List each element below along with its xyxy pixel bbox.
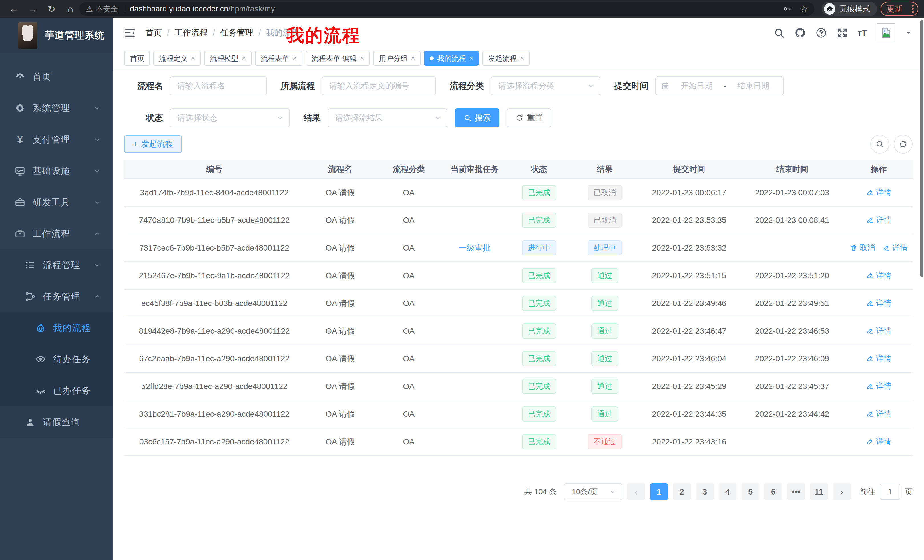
pencil-icon [866, 272, 874, 279]
result-badge: 通过 [591, 268, 618, 283]
detail-link[interactable]: 详情 [866, 270, 891, 281]
address-bar[interactable]: ⚠ 不安全 dashboard.yudao.iocoder.cn/bpm/tas… [80, 2, 814, 16]
table-search-button[interactable] [870, 135, 889, 154]
pencil-icon [866, 189, 874, 196]
sidebar-item-process-mgmt[interactable]: 流程管理 [0, 250, 113, 281]
result-badge: 已取消 [588, 185, 622, 200]
kebab-menu-icon[interactable] [912, 5, 914, 13]
table-row: 819442e8-7b9a-11ec-a290-acde48001122OA 请… [124, 317, 913, 345]
status-select[interactable] [170, 108, 290, 127]
goto-page-input[interactable] [880, 484, 900, 500]
close-icon[interactable]: × [411, 54, 415, 62]
sidebar-item-devtools[interactable]: 研发工具 [0, 187, 113, 218]
page-button-6[interactable]: 6 [764, 483, 782, 500]
avatar[interactable] [877, 23, 896, 42]
breadcrumb-workflow[interactable]: 工作流程 [174, 27, 208, 39]
browser-update-button[interactable]: 更新 [880, 2, 918, 16]
browser-home-icon[interactable]: ⌂ [63, 1, 78, 16]
tab-流程定义[interactable]: 流程定义× [153, 51, 201, 66]
close-icon[interactable]: × [292, 54, 297, 62]
tab-首页[interactable]: 首页 [124, 51, 150, 66]
tab-我的流程[interactable]: 我的流程× [424, 51, 479, 66]
process-definition-input[interactable] [322, 76, 436, 95]
page-button-11[interactable]: 11 [810, 483, 828, 500]
sidebar-item-todo-tasks[interactable]: 待办任务 [0, 344, 113, 375]
sidebar-item-workflow[interactable]: 工作流程 [0, 218, 113, 250]
browser-forward-icon[interactable]: → [25, 1, 40, 16]
process-name: OA 请假 [304, 400, 376, 428]
breadcrumb-task[interactable]: 任务管理 [220, 27, 253, 39]
sidebar-collapse-icon[interactable] [124, 27, 136, 39]
bookmark-star-icon[interactable]: ☆ [800, 3, 808, 15]
help-icon[interactable] [816, 27, 827, 39]
font-size-icon[interactable]: TT [858, 28, 867, 38]
submit-time: 2022-01-22 23:53:35 [639, 207, 739, 234]
browser-back-icon[interactable]: ← [6, 1, 21, 16]
prev-page-button[interactable]: ‹ [627, 483, 645, 500]
close-icon[interactable]: × [242, 54, 246, 62]
close-icon[interactable]: × [360, 54, 364, 62]
detail-link[interactable]: 详情 [866, 409, 891, 419]
page-button-2[interactable]: 2 [673, 483, 691, 500]
detail-link[interactable]: 详情 [866, 298, 891, 308]
detail-link[interactable]: 详情 [883, 243, 908, 253]
close-icon[interactable]: × [469, 54, 473, 62]
page-button-3[interactable]: 3 [696, 483, 714, 500]
detail-link[interactable]: 详情 [866, 381, 891, 391]
sidebar-item-done-tasks[interactable]: 已办任务 [0, 375, 113, 406]
avatar-caret-icon[interactable] [905, 29, 913, 36]
process-name-input[interactable] [170, 76, 267, 95]
tab-发起流程[interactable]: 发起流程× [482, 51, 530, 66]
fullscreen-icon[interactable] [837, 27, 848, 39]
close-icon[interactable]: × [520, 54, 524, 62]
process-category: OA [376, 400, 442, 428]
breadcrumb-home[interactable]: 首页 [146, 27, 162, 39]
github-icon[interactable] [794, 27, 806, 39]
detail-link[interactable]: 详情 [866, 215, 891, 225]
logo-image [18, 22, 37, 48]
task-link[interactable]: 一级审批 [459, 244, 490, 252]
sidebar-item-leave-query[interactable]: 请假查询 [0, 406, 113, 438]
key-icon[interactable] [782, 4, 792, 13]
detail-link[interactable]: 详情 [866, 187, 891, 198]
sidebar-item-task-mgmt[interactable]: 任务管理 [0, 281, 113, 312]
page-ellipsis[interactable]: ••• [787, 483, 805, 500]
tab-流程表单[interactable]: 流程表单× [255, 51, 302, 66]
search-icon[interactable] [773, 27, 784, 39]
page-button-4[interactable]: 4 [719, 483, 736, 500]
submit-time-range-picker[interactable]: 开始日期 - 结束日期 [655, 76, 784, 95]
process-id: 67c2eaab-7b9a-11ec-a290-acde48001122 [124, 345, 304, 373]
category-select[interactable] [491, 76, 600, 95]
browser-reload-icon[interactable]: ↻ [44, 1, 59, 16]
sidebar-item-infra[interactable]: 基础设施 [0, 155, 113, 187]
tab-流程表单-编辑[interactable]: 流程表单-编辑× [306, 51, 370, 66]
detail-link[interactable]: 详情 [866, 353, 891, 364]
sidebar-item-home[interactable]: 首页 [0, 61, 113, 93]
table-refresh-button[interactable] [894, 135, 913, 154]
current-task [442, 207, 507, 234]
app-logo[interactable]: 芋道管理系统 [0, 18, 113, 53]
result-badge: 通过 [591, 296, 618, 311]
create-process-button[interactable]: + 发起流程 [124, 135, 182, 153]
page-button-5[interactable]: 5 [741, 483, 759, 500]
row-actions: 详情 [845, 289, 913, 317]
row-actions: 详情 [845, 207, 913, 234]
page-scrollbar[interactable] [920, 20, 923, 277]
close-icon[interactable]: × [191, 54, 195, 62]
detail-link[interactable]: 详情 [866, 326, 891, 336]
tab-流程模型[interactable]: 流程模型× [204, 51, 252, 66]
page-button-1[interactable]: 1 [650, 483, 668, 500]
sidebar-item-system[interactable]: 系统管理 [0, 93, 113, 124]
result-select[interactable] [327, 108, 447, 127]
detail-link[interactable]: 详情 [866, 436, 891, 447]
reset-button[interactable]: 重置 [507, 108, 551, 127]
next-page-button[interactable]: › [833, 483, 850, 500]
cancel-link[interactable]: 取消 [850, 243, 875, 253]
process-table: 编号 流程名 流程分类 当前审批任务 状态 结果 提交时间 结束时间 操作 3a… [124, 160, 913, 456]
end-time: 2022-01-22 23:46:53 [739, 317, 845, 345]
tab-用户分组[interactable]: 用户分组× [373, 51, 421, 66]
sidebar-item-payment[interactable]: ¥支付管理 [0, 124, 113, 155]
search-button[interactable]: 搜索 [455, 108, 500, 127]
page-size-select[interactable]: 10条/页 [564, 483, 622, 500]
sidebar-item-my-process[interactable]: 我的流程 [0, 312, 113, 344]
